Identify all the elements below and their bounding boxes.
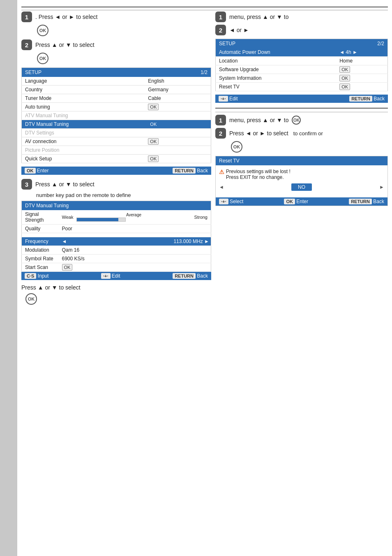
row-value: OK: [336, 74, 387, 83]
setup-table-footer: OK Enter RETURN Back: [21, 167, 211, 175]
table-row: Language English: [22, 77, 211, 86]
row-arrow-left: ◄: [59, 237, 92, 246]
right-setup-table-wrapper: SETUP 2/2 Automatic Power Down ◄ 4h ►: [215, 39, 388, 103]
table-row: Start Scan OK: [22, 263, 211, 272]
row-label: DTV Settings: [22, 129, 145, 137]
row-label: Tuner Mode: [22, 94, 145, 103]
right-setup-table: SETUP 2/2 Automatic Power Down ◄ 4h ►: [215, 39, 388, 91]
table-row: Auto tuning OK: [22, 103, 211, 111]
label-weak: Weak: [62, 215, 74, 220]
ok-enter-btn[interactable]: OK: [284, 199, 295, 204]
row-quality: Poor: [59, 225, 211, 233]
signal-bar-bg: [76, 218, 126, 222]
table-row: System Information OK: [216, 74, 388, 83]
step1-badge: 1: [21, 12, 32, 22]
row-start-scan: OK: [59, 263, 211, 272]
cs-input-btn[interactable]: C·S: [25, 273, 36, 279]
ok-tag: OK: [148, 155, 159, 162]
row-symbol: 6900 KS/s: [59, 255, 211, 263]
right-bottom-section: 1 menu, press ▲ or ▼ to OK 2 Press ◄ or …: [215, 115, 388, 206]
table-row: Software Upgrade OK: [216, 65, 388, 74]
row-signal-bar: Weak Average: [59, 210, 211, 225]
row-value: OK: [336, 65, 387, 74]
ok-tag: OK: [62, 264, 73, 271]
right-step2-badge: 2: [215, 25, 226, 35]
row-label: Auto tuning: [22, 103, 145, 111]
row-value: Germany: [145, 86, 211, 94]
row-value: [145, 111, 211, 120]
reset-tv-body: ⚠ Previous settings will be lost ! Press…: [216, 165, 387, 197]
row-value: Home: [336, 57, 387, 65]
table-row: Reset TV OK: [216, 83, 388, 91]
edit-btn[interactable]: ·+·: [101, 273, 111, 279]
right-bottom-step1-badge: 1: [215, 115, 226, 125]
row-value: English: [145, 77, 211, 86]
step4-ok-btn[interactable]: OK: [25, 293, 37, 305]
left-strip: [0, 0, 17, 556]
row-label: Country: [22, 86, 145, 94]
table-row: Symbol Rate 6900 KS/s: [22, 255, 211, 263]
right-bottom-step2-ok[interactable]: OK: [231, 141, 242, 153]
top-divider-1: [21, 7, 388, 7]
ok-tag: OK: [339, 83, 350, 90]
right-setup-footer: ·+· Edit RETURN Back: [215, 95, 388, 103]
table-row: Tuner Mode Cable: [22, 94, 211, 103]
label-strong: Strong: [194, 215, 208, 220]
return-btn[interactable]: RETURN: [349, 96, 372, 102]
footer-enter-label: Enter: [37, 168, 49, 174]
dtv-title: DTV Manual Tuning: [22, 201, 211, 211]
right-bottom-step2-text: Press ◄ or ► to select: [229, 130, 288, 137]
step2-badge: 2: [21, 39, 32, 50]
row-label: Frequency: [22, 237, 59, 246]
row-label: Symbol Rate: [22, 255, 59, 263]
row-value: OK: [145, 155, 211, 163]
setup-table: SETUP 1/2 Language English Country Germa…: [21, 67, 211, 163]
row-value: Cable: [145, 94, 211, 103]
return-btn[interactable]: RETURN: [349, 199, 372, 204]
row-value: OK: [145, 103, 211, 111]
table-row-selected: Frequency ◄ 113.000 MHz ►: [22, 237, 211, 246]
step3-text: Press ▲ or ▼ to select: [35, 181, 95, 188]
step1-row: 1 . Press ◄ or ► to select: [21, 12, 211, 22]
row-label: System Information: [216, 74, 337, 83]
ok-tag: OK: [339, 75, 350, 81]
footer-select: ·+· Select: [219, 199, 243, 204]
right-bottom-step1-ok[interactable]: OK: [292, 116, 301, 125]
right-step2-text: ◄ or ►: [229, 27, 249, 33]
table-row: ATV Manual Tuning: [22, 111, 211, 120]
row-value: OK: [145, 120, 211, 129]
step2-text: Press ▲ or ▼ to select: [35, 42, 95, 48]
table-row: Modulation Qam 16: [22, 246, 211, 255]
ok-enter-btn[interactable]: OK: [25, 168, 36, 174]
right-section-divider: [215, 108, 388, 109]
ok-tag: OK: [339, 66, 350, 73]
step4-text: Press ▲ or ▼ to select: [21, 284, 81, 291]
row-value: ◄ 4h ►: [336, 48, 387, 57]
row-label: Modulation: [22, 246, 59, 255]
return-btn[interactable]: RETURN: [173, 273, 196, 279]
row-label: Reset TV: [216, 83, 337, 91]
footer-back-label: Back: [373, 199, 384, 204]
row-label: Software Upgrade: [216, 65, 337, 74]
step3-subtext: number key pad on the remote to define: [36, 192, 211, 198]
step1-ok-btn[interactable]: OK: [37, 25, 48, 36]
footer-enter-label: Enter: [296, 199, 308, 204]
edit-icon-btn[interactable]: ·+·: [219, 96, 228, 102]
select-icon-btn[interactable]: ·+·: [219, 199, 228, 204]
step4-row: Press ▲ or ▼ to select: [21, 284, 211, 291]
step3-badge: 3: [21, 179, 32, 190]
return-btn[interactable]: RETURN: [173, 168, 196, 174]
reset-no-btn[interactable]: NO: [291, 183, 312, 191]
page: 1 . Press ◄ or ► to select OK 2 Press ▲ …: [0, 0, 392, 556]
reset-tv-warning: ⚠ Previous settings will be lost ! Press…: [219, 169, 384, 180]
row-label: Quality: [22, 225, 59, 233]
right-step1-text: menu, press ▲ or ▼ to: [229, 14, 288, 20]
footer-right: RETURN Back: [349, 96, 385, 102]
step2-ok-btn[interactable]: OK: [37, 53, 48, 64]
footer-back-label: Back: [197, 168, 208, 174]
right-column: 1 menu, press ▲ or ▼ to 2 ◄ or ►: [215, 12, 388, 305]
row-label: Language: [22, 77, 145, 86]
reset-footer: ·+· Select OK Enter RETURN Back: [216, 197, 387, 206]
reset-arrow-right: ►: [379, 184, 384, 190]
row-label: Signal Strength: [22, 210, 59, 225]
